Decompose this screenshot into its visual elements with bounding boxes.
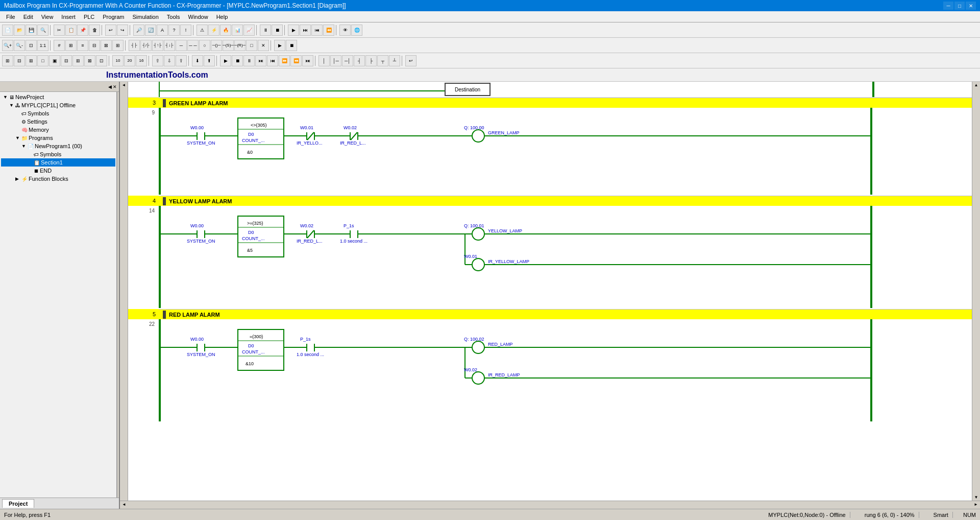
tb-cut[interactable]: ✂ [54, 25, 65, 36]
tb2-zoom-fit[interactable]: ⊡ [26, 40, 37, 51]
tb2-btn-c[interactable]: ⊠ [101, 40, 112, 51]
sidebar-item-programs[interactable]: ▼ 📁 Programs [1, 134, 115, 142]
diagram-scroll-area[interactable]: Destination 3 GREEN [128, 82, 972, 501]
tb3-btn-l[interactable]: ─│ [342, 55, 353, 66]
tb3-btn-e[interactable]: ▣ [49, 55, 60, 66]
tb3-fast-back[interactable]: ⏪ [290, 55, 302, 66]
tb3-btn-d[interactable]: □ [37, 55, 48, 66]
tb-new[interactable]: 📄 [2, 25, 13, 36]
tb-btn-fire[interactable]: 🔥 [220, 25, 231, 36]
tb2-not[interactable]: ○ [199, 40, 210, 51]
window-controls[interactable]: ─ □ ✕ [943, 2, 976, 10]
tb3-btn-g[interactable]: ⊞ [72, 55, 84, 66]
tb-open[interactable]: 📂 [14, 25, 25, 36]
tb2-zoom-reset[interactable]: 1:1 [37, 40, 48, 51]
menu-program[interactable]: Program [99, 13, 128, 21]
tb-btn-i[interactable]: ⏪ [323, 25, 334, 36]
tb-btn-f[interactable]: ▶ [288, 25, 299, 36]
menu-insert[interactable]: Insert [57, 13, 80, 21]
close-button[interactable]: ✕ [966, 2, 976, 10]
tb-pause[interactable]: ⏸ [260, 25, 271, 36]
tb3-step-back[interactable]: ⏮ [267, 55, 278, 66]
tb2-grid[interactable]: # [54, 40, 65, 51]
tb2-wire-h[interactable]: ─ [176, 40, 187, 51]
tb3-btn-m[interactable]: ┤ [354, 55, 365, 66]
sidebar-item-function-blocks[interactable]: ▶ ⚡ Function Blocks [1, 175, 115, 183]
menu-view[interactable]: View [37, 13, 58, 21]
tb3-arrow-down[interactable]: ⇩ [164, 55, 175, 66]
minimize-button[interactable]: ─ [943, 2, 953, 10]
tb-btn-d[interactable]: 📊 [232, 25, 243, 36]
tb2-stop2[interactable]: ⏹ [286, 40, 297, 51]
sidebar-item-end[interactable]: ⏹ END [1, 167, 115, 175]
tb3-btn-a[interactable]: ⊞ [2, 55, 13, 66]
tb3-end[interactable]: ⏭ [302, 55, 313, 66]
tb2-btn-b[interactable]: ⊟ [89, 40, 100, 51]
tb2-contact-nc[interactable]: ┤/├ [140, 40, 152, 51]
tb3-10[interactable]: 10 [112, 55, 124, 66]
scroll-down-btn[interactable]: ▼ [972, 494, 980, 501]
tb-stop[interactable]: ⏹ [272, 25, 283, 36]
tb3-stop3[interactable]: ⏹ [232, 55, 243, 66]
tab-project[interactable]: Project [2, 499, 34, 508]
tb3-play[interactable]: ▶ [220, 55, 231, 66]
tb3-fast-fwd[interactable]: ⏩ [279, 55, 290, 66]
tb-monitor[interactable]: 👁 [339, 25, 351, 36]
tb2-contact-no[interactable]: ┤├ [129, 40, 140, 51]
tb3-pause2[interactable]: ⏸ [243, 55, 255, 66]
tb3-download[interactable]: ⬇ [192, 55, 203, 66]
menu-plc[interactable]: PLC [80, 13, 99, 21]
tb2-btn-d[interactable]: ⊞ [112, 40, 124, 51]
menu-edit[interactable]: Edit [19, 13, 37, 21]
tb-btn-h[interactable]: ⏮ [311, 25, 323, 36]
tb-btn-a[interactable]: A [157, 25, 168, 36]
tb2-zoom-out[interactable]: 🔍- [14, 40, 25, 51]
tb-alarm2[interactable]: ⚡ [208, 25, 219, 36]
tb3-undo2[interactable]: ↩ [405, 55, 416, 66]
tb2-coil-reset[interactable]: ─(R)─ [234, 40, 246, 51]
tb3-btn-h[interactable]: ⊠ [84, 55, 95, 66]
tb3-20[interactable]: 20 [124, 55, 135, 66]
tb-save[interactable]: 💾 [26, 25, 37, 36]
tb3-btn-p[interactable]: ┴ [389, 55, 400, 66]
sidebar-item-prog-symbols[interactable]: 🏷 Symbols [1, 150, 115, 158]
tb-paste[interactable]: 📌 [77, 25, 88, 36]
tb3-btn-k[interactable]: │─ [330, 55, 341, 66]
menu-help[interactable]: Help [212, 13, 232, 21]
menu-file[interactable]: File [2, 13, 19, 21]
tb2-contact-pos[interactable]: ┤↑├ [152, 40, 163, 51]
tb-print-preview[interactable]: 🔍 [37, 25, 48, 36]
scroll-up-btn[interactable]: ▲ [972, 82, 980, 88]
sidebar-item-settings[interactable]: ⚙ Settings [1, 117, 115, 126]
tb-replace[interactable]: 🔄 [145, 25, 156, 36]
tb-btn-e[interactable]: 📈 [243, 25, 255, 36]
tb2-contact-neg[interactable]: ┤↓├ [164, 40, 175, 51]
menu-window[interactable]: Window [184, 13, 212, 21]
tb-btn-c[interactable]: ! [180, 25, 191, 36]
tb3-btn-b[interactable]: ⊟ [14, 55, 25, 66]
tb3-btn-o[interactable]: ┬ [377, 55, 388, 66]
tb3-step[interactable]: ⏭ [255, 55, 266, 66]
tb2-coil-set[interactable]: ─(S)─ [223, 40, 234, 51]
tb2-zoom-in[interactable]: 🔍+ [2, 40, 13, 51]
tb3-arrow-c[interactable]: ⇪ [176, 55, 187, 66]
tb2-delete-elem[interactable]: ✕ [258, 40, 269, 51]
tb-redo[interactable]: ↪ [117, 25, 128, 36]
menu-tools[interactable]: Tools [163, 13, 184, 21]
sidebar-item-newproject[interactable]: ▼ 🖥 NewProject [1, 93, 115, 101]
sidebar-item-symbols[interactable]: 🏷 Symbols [1, 109, 115, 117]
tb3-16[interactable]: 16 [136, 55, 147, 66]
sidebar-item-myplc[interactable]: ▼ 🖧 MYPLC[CP1L] Offline [1, 101, 115, 109]
tb2-btn-a[interactable]: ≡ [77, 40, 88, 51]
tb3-btn-j[interactable]: │ [318, 55, 330, 66]
scroll-left-btn[interactable]: ◄ [122, 83, 126, 87]
tb-btn-b[interactable]: ? [168, 25, 180, 36]
tb2-coil[interactable]: ─()─ [211, 40, 222, 51]
tb3-btn-i[interactable]: ⊡ [96, 55, 107, 66]
tb2-wire-v[interactable]: ─ ─ [187, 40, 199, 51]
menu-simulation[interactable]: Simulation [128, 13, 162, 21]
tb-copy[interactable]: 📋 [65, 25, 77, 36]
tb3-btn-c[interactable]: ⊞ [26, 55, 37, 66]
scroll-h-right-btn[interactable]: ► [972, 501, 980, 509]
sidebar-undock-btn[interactable]: ◀ [108, 84, 112, 89]
